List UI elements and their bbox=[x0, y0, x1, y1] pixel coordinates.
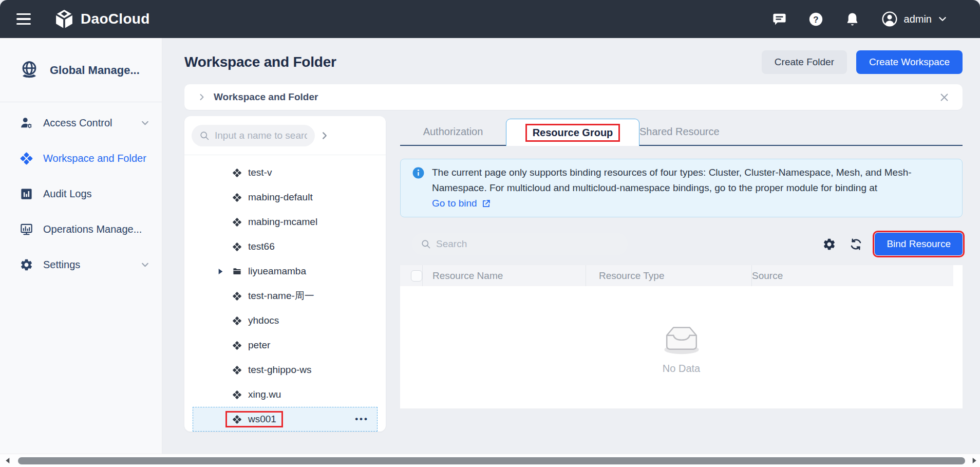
workspace-diamond-icon bbox=[232, 341, 242, 350]
scroll-left-arrow-icon[interactable] bbox=[4, 457, 11, 464]
tree-item-label: test-name-周一 bbox=[248, 289, 314, 303]
tree-item[interactable]: ws001 ••• bbox=[193, 407, 378, 432]
search-icon bbox=[199, 130, 210, 141]
close-icon[interactable] bbox=[939, 92, 949, 102]
sidebar-item[interactable]: Workspace and Folder bbox=[0, 141, 162, 176]
audit-logs-icon bbox=[20, 187, 33, 201]
sidebar-item-label: Settings bbox=[43, 259, 80, 271]
sidebar-product-switcher[interactable]: Global Manage... bbox=[18, 60, 162, 81]
tree-item-main: liyueamamba bbox=[232, 266, 306, 277]
avatar-icon bbox=[881, 11, 898, 27]
more-actions-icon[interactable]: ••• bbox=[355, 414, 369, 424]
tree-item[interactable]: liyueamamba bbox=[193, 259, 378, 284]
scrollbar-thumb[interactable] bbox=[18, 457, 965, 464]
sidebar-item[interactable]: Access Control bbox=[0, 105, 162, 141]
workspace-diamond-icon bbox=[232, 217, 242, 227]
sidebar-product-label: Global Manage... bbox=[50, 64, 140, 77]
tree-search-input[interactable] bbox=[215, 130, 307, 141]
tree-item[interactable]: test66 bbox=[193, 234, 378, 259]
topbar-icon-group: ? bbox=[772, 12, 860, 27]
panel-collapse-icon[interactable] bbox=[320, 131, 329, 140]
page-actions: Create Folder Create Workspace bbox=[762, 50, 963, 74]
sidebar-item[interactable]: Settings bbox=[0, 247, 162, 283]
workspace-diamond-icon bbox=[232, 168, 242, 178]
workspace-diamond-icon bbox=[232, 316, 242, 326]
tab[interactable]: Authorization bbox=[400, 119, 506, 145]
workspace-diamond-icon bbox=[232, 242, 242, 252]
tree-item-main: yhdocs bbox=[232, 315, 279, 326]
workspace-diamond-icon bbox=[232, 365, 242, 375]
settings-gear-icon[interactable] bbox=[822, 237, 836, 251]
breadcrumb: Workspace and Folder bbox=[184, 84, 963, 110]
tree-item[interactable]: test-name-周一 bbox=[193, 284, 378, 308]
tree-item-main: ws001 bbox=[225, 411, 283, 427]
tree-item[interactable]: test-ghippo-ws bbox=[193, 358, 378, 382]
content-panel: Authorization Resource Group Shared Reso… bbox=[400, 119, 963, 408]
resource-toolbar: Bind Resource bbox=[400, 233, 963, 255]
tree-item-label: mabing-default bbox=[248, 192, 313, 203]
sidebar-item[interactable]: Operations Manage... bbox=[0, 212, 162, 247]
hamburger-menu-icon[interactable] bbox=[16, 13, 31, 25]
tree-item[interactable]: mabing-default bbox=[193, 185, 378, 210]
chat-icon[interactable] bbox=[772, 12, 787, 27]
tree-item-label: ws001 bbox=[248, 414, 276, 425]
tab-bar: Authorization Resource Group Shared Reso… bbox=[400, 119, 963, 146]
go-to-bind-link[interactable]: Go to bind bbox=[432, 196, 491, 211]
search-icon bbox=[421, 239, 431, 249]
tree-item[interactable]: peter bbox=[193, 333, 378, 358]
no-data-label: No Data bbox=[663, 363, 700, 375]
bell-icon[interactable] bbox=[845, 12, 860, 27]
tree-item[interactable]: mabing-mcamel bbox=[193, 210, 378, 234]
scroll-right-arrow-icon[interactable] bbox=[971, 457, 978, 464]
sidebar-item[interactable]: Audit Logs bbox=[0, 176, 162, 212]
workspace-folder-icon bbox=[20, 152, 33, 165]
tab[interactable]: Shared Resource bbox=[639, 119, 720, 145]
create-folder-button[interactable]: Create Folder bbox=[762, 50, 847, 74]
daocloud-logo-icon bbox=[53, 8, 75, 30]
access-control-icon bbox=[20, 116, 33, 130]
tree-item-label: test66 bbox=[248, 241, 275, 252]
topbar-actions: ? admin bbox=[772, 11, 980, 27]
svg-text:?: ? bbox=[813, 14, 818, 24]
username: admin bbox=[904, 13, 932, 25]
tree-search-field[interactable] bbox=[192, 125, 315, 146]
tree-item[interactable]: yhdocs bbox=[193, 308, 378, 333]
horizontal-scrollbar[interactable] bbox=[0, 454, 980, 467]
column-header: Source bbox=[752, 265, 783, 286]
user-menu[interactable]: admin bbox=[881, 11, 947, 27]
resource-search-input[interactable] bbox=[436, 238, 619, 250]
tree-item-main: xing.wu bbox=[232, 389, 281, 400]
info-alert-text: The current page only supports binding r… bbox=[432, 167, 912, 193]
tree-item-main: test-ghippo-ws bbox=[232, 364, 312, 376]
tree-item-main: test-v bbox=[232, 167, 272, 178]
help-icon[interactable]: ? bbox=[808, 12, 823, 27]
tab[interactable]: Resource Group bbox=[506, 119, 639, 146]
create-workspace-button[interactable]: Create Workspace bbox=[856, 50, 963, 74]
topbar: DaoCloud ? admin bbox=[0, 0, 980, 38]
select-all-checkbox[interactable] bbox=[411, 270, 422, 282]
chevron-down-icon bbox=[141, 119, 149, 127]
tree-item[interactable]: test-v bbox=[193, 160, 378, 185]
tree-item-main: test-name-周一 bbox=[232, 289, 314, 303]
tree-item-label: test-ghippo-ws bbox=[248, 364, 312, 376]
workspace-diamond-icon bbox=[232, 291, 242, 301]
refresh-icon[interactable] bbox=[849, 237, 863, 251]
sidebar-item-label: Audit Logs bbox=[43, 188, 92, 200]
main-area: Workspace and Folder Create Folder Creat… bbox=[162, 38, 980, 467]
table-header: Resource NameResource TypeSource bbox=[400, 265, 963, 286]
column-header: Resource Name bbox=[422, 265, 586, 286]
brand-logo[interactable]: DaoCloud bbox=[53, 8, 150, 30]
sidebar-nav: Access Control Workspace and Folder Audi… bbox=[0, 102, 162, 283]
breadcrumb-label[interactable]: Workspace and Folder bbox=[214, 91, 318, 103]
tree-item[interactable]: xing.wu bbox=[193, 382, 378, 407]
external-link-icon bbox=[481, 199, 491, 209]
globe-icon bbox=[18, 60, 40, 81]
sidebar: Global Manage... Access Control Workspac… bbox=[0, 38, 162, 467]
tree-search-row bbox=[184, 116, 386, 155]
expand-caret-icon[interactable] bbox=[217, 268, 224, 275]
chevron-down-icon bbox=[141, 260, 149, 269]
tree-item-label: test-v bbox=[248, 167, 272, 178]
resource-table: Resource NameResource TypeSource No Data bbox=[400, 265, 963, 408]
bind-resource-button[interactable]: Bind Resource bbox=[875, 233, 963, 255]
resource-search-field[interactable] bbox=[412, 233, 628, 255]
